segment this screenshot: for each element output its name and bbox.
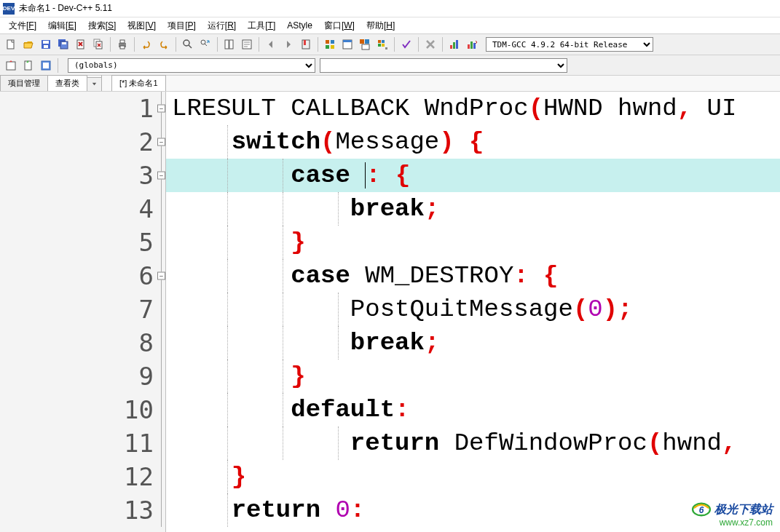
svg-rect-2 [43,41,49,44]
line-number: 7 [0,293,165,326]
code-line[interactable]: return DefWindowProc(hwnd, [166,426,780,460]
code-line[interactable]: } [166,460,780,493]
goto-icon[interactable] [239,36,255,52]
main-toolbar: TDM-GCC 4.9.2 64-bit Release [0,33,780,55]
menu-F[interactable]: 文件[F] [3,18,42,33]
print-icon[interactable] [114,36,130,52]
code-line[interactable]: default: [166,393,780,426]
open-icon[interactable] [20,36,36,52]
fold-toggle-icon[interactable]: − [157,105,165,113]
line-number: 2− [0,125,165,159]
profile-icon[interactable] [446,36,462,52]
line-number: 4 [0,192,165,226]
code-line[interactable]: PostQuitMessage(0); [166,293,780,326]
toolbar-separator [394,37,395,52]
code-line[interactable]: LRESULT CALLBACK WndProc(HWND hwnd, UI [166,92,780,125]
menubar: 文件[F]编辑[E]搜索[S]视图[V]项目[P]运行[R]工具[T]AStyl… [0,17,780,33]
fold-toggle-icon[interactable]: − [157,272,165,280]
svg-rect-35 [453,42,455,49]
svg-rect-29 [378,40,381,43]
code-line[interactable]: break; [166,192,780,226]
undo-icon[interactable] [138,36,154,52]
line-number: 8 [0,326,165,360]
line-number: 13 [0,493,165,527]
bookmark-icon[interactable] [298,36,314,52]
line-number: 11 [0,426,165,460]
svg-rect-23 [331,45,334,49]
fold-toggle-icon[interactable]: − [157,172,165,180]
debug-icon[interactable] [464,36,480,52]
svg-rect-40 [7,62,15,70]
line-number: 10 [0,393,165,426]
tab-class-view[interactable]: 查看类 [47,75,87,91]
menu-R[interactable]: 运行[R] [202,18,242,33]
tab-project-manage[interactable]: 项目管理 [0,75,48,91]
menu-H[interactable]: 帮助[H] [361,18,401,33]
find-icon[interactable] [180,36,196,52]
back-icon[interactable] [263,36,279,52]
toolbar-separator [418,37,419,52]
line-number: 1− [0,92,165,125]
code-line[interactable]: case : { [166,159,780,192]
svg-rect-36 [456,40,458,49]
menu-AStyle[interactable]: AStyle [281,19,318,32]
secondary-toolbar: (globals) [0,55,780,76]
run-icon[interactable] [339,36,355,52]
svg-rect-38 [470,41,473,49]
code-line[interactable]: } [166,360,780,393]
svg-rect-39 [473,43,476,49]
menu-T[interactable]: 工具[T] [242,18,281,33]
close-all-icon[interactable] [90,36,106,52]
tabs-divider [101,75,106,91]
svg-rect-11 [120,40,125,43]
tab-overflow-icon[interactable] [87,77,102,91]
new-project-icon[interactable] [3,57,19,74]
add-file-icon[interactable] [20,57,36,74]
code-line[interactable]: break; [166,326,780,360]
syntax-icon[interactable] [398,36,414,52]
svg-rect-30 [382,40,385,43]
find-files-icon[interactable] [221,36,237,52]
code-line[interactable]: switch(Message) { [166,125,780,159]
toolbar-separator [259,37,259,52]
svg-rect-16 [229,40,233,49]
code-line[interactable]: case WM_DESTROY: { [166,259,780,293]
close-icon[interactable] [73,36,89,52]
toolbar-separator [442,37,443,52]
file-tab[interactable]: [*] 未命名1 [111,75,166,91]
svg-rect-33 [385,47,387,49]
fold-toggle-icon[interactable]: − [157,138,165,146]
code-line[interactable]: } [166,226,780,259]
menu-E[interactable]: 编辑[E] [42,18,82,33]
forward-icon[interactable] [280,36,296,52]
watermark-logo-icon: 6 [691,501,712,517]
save-icon[interactable] [38,36,54,52]
line-number: 6− [0,259,165,293]
svg-rect-43 [43,63,49,68]
save-all-icon[interactable] [55,36,71,52]
svg-text:6: 6 [699,505,704,515]
menu-V[interactable]: 视图[V] [122,18,162,33]
menu-P[interactable]: 项目[P] [162,18,202,33]
options-icon[interactable] [38,57,54,74]
code-line[interactable]: return 0: [166,493,780,527]
code-editor[interactable]: LRESULT CALLBACK WndProc(HWND hwnd, UI s… [166,92,780,532]
rebuild-icon[interactable] [374,36,390,52]
svg-rect-28 [362,44,369,49]
menu-S[interactable]: 搜索[S] [82,18,122,33]
globals-select[interactable]: (globals) [68,58,315,73]
compile-run-icon[interactable] [357,36,373,52]
toolbar-separator [134,37,135,52]
compiler-select[interactable]: TDM-GCC 4.9.2 64-bit Release [486,37,653,52]
svg-rect-25 [343,40,352,42]
replace-icon[interactable] [197,36,213,52]
members-select[interactable] [320,58,567,73]
stop-icon[interactable] [422,36,438,52]
compile-icon[interactable] [322,36,338,52]
svg-rect-20 [326,40,329,44]
redo-icon[interactable] [156,36,172,52]
line-number: 12 [0,460,165,493]
new-file-icon[interactable] [3,36,19,52]
toolbar-separator [176,37,176,52]
menu-W[interactable]: 窗口[W] [318,18,361,33]
